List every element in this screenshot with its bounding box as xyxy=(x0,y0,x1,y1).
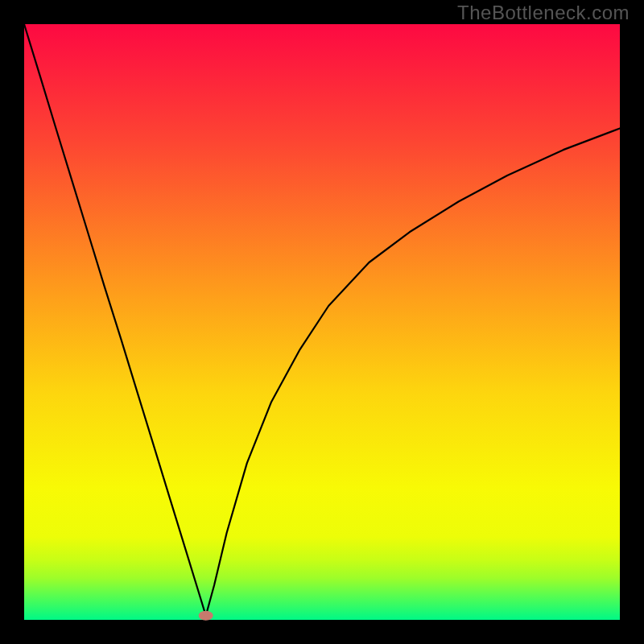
watermark-text: TheBottleneck.com xyxy=(457,2,630,24)
chart-canvas xyxy=(0,0,644,644)
chart-frame: TheBottleneck.com xyxy=(0,0,644,644)
min-marker xyxy=(199,611,213,621)
plot-background xyxy=(24,24,620,620)
